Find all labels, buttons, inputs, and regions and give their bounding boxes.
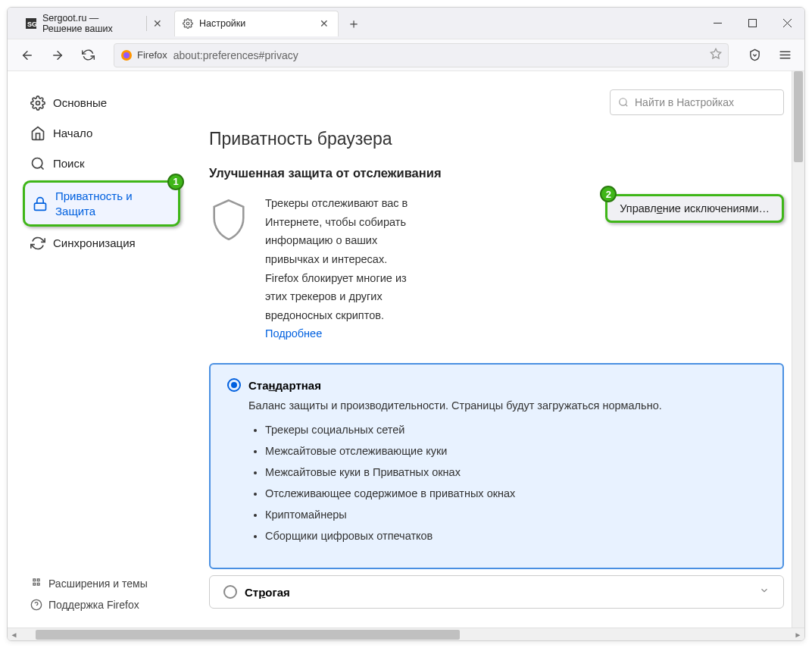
sidebar-item-label: Поиск: [53, 156, 85, 171]
tab-label: Настройки: [199, 18, 245, 29]
list-item: Отслеживающее содержимое в приватных окн…: [265, 487, 766, 499]
search-placeholder: Найти в Настройках: [635, 96, 734, 108]
sidebar-item-search[interactable]: Поиск: [23, 150, 180, 177]
svg-point-16: [33, 158, 42, 168]
protection-standard-card[interactable]: Стандартная Баланс защиты и производител…: [209, 363, 784, 569]
url-text: about:preferences#privacy: [173, 49, 298, 61]
protection-strict-card[interactable]: Строгая: [209, 575, 784, 609]
tracking-protection-header: Трекеры отслеживают вас в Интернете, что…: [209, 194, 784, 343]
protection-list: Трекеры социальных сетей Межсайтовые отс…: [265, 424, 766, 542]
sidebar-item-label: Основные: [53, 95, 107, 111]
titlebar: SG Sergoot.ru — Решение ваших ✕ Настройк…: [8, 8, 804, 39]
forward-button[interactable]: [45, 43, 70, 67]
card-description: Баланс защиты и производительности. Стра…: [248, 399, 766, 412]
svg-point-15: [36, 102, 40, 105]
sidebar-item-sync[interactable]: Синхронизация: [23, 230, 180, 257]
navigation-toolbar: Firefox about:preferences#privacy: [8, 39, 804, 71]
scroll-left-icon[interactable]: ◄: [8, 628, 20, 640]
search-icon: [618, 97, 629, 108]
close-button[interactable]: [770, 8, 804, 39]
card-title: Строгая: [245, 586, 290, 599]
maximize-button[interactable]: [735, 8, 770, 39]
chevron-down-icon[interactable]: [759, 585, 770, 599]
window-controls: [700, 8, 804, 39]
tab-active[interactable]: Настройки ✕: [174, 11, 339, 36]
callout-badge: 1: [167, 174, 184, 190]
tab-label: Sergoot.ru — Решение ваших: [42, 13, 140, 34]
sync-icon: [30, 236, 45, 251]
svg-point-10: [123, 52, 130, 58]
preferences-page: Основные Начало Поиск 1 Приватность и За…: [8, 71, 792, 628]
scrollbar-thumb[interactable]: [36, 630, 460, 640]
sidebar-item-label: Синхронизация: [53, 236, 136, 251]
bookmark-star-icon[interactable]: [710, 48, 722, 62]
learn-more-link[interactable]: Подробнее: [265, 327, 322, 340]
manage-exceptions-button[interactable]: 2 Управление исключениями…: [605, 194, 784, 223]
radio-standard[interactable]: [227, 378, 241, 392]
address-bar[interactable]: Firefox about:preferences#privacy: [114, 43, 729, 67]
list-item: Криптомайнеры: [265, 509, 766, 521]
tab-separator: [146, 16, 147, 31]
horizontal-scrollbar[interactable]: ◄ ►: [8, 628, 804, 640]
reload-button[interactable]: [76, 43, 100, 67]
svg-line-22: [626, 105, 628, 107]
settings-search-input[interactable]: Найти в Настройках: [610, 89, 784, 115]
identity-label: Firefox: [137, 49, 167, 61]
shield-icon: [209, 197, 251, 243]
new-tab-button[interactable]: ＋: [343, 13, 364, 34]
sidebar-item-label: Начало: [53, 126, 92, 141]
tab-strip: SG Sergoot.ru — Решение ваших ✕ Настройк…: [8, 8, 364, 39]
sidebar-item-label: Расширения и темы: [48, 578, 148, 590]
gear-icon: [183, 18, 193, 29]
home-icon: [30, 126, 45, 141]
lock-icon: [33, 196, 48, 211]
list-item: Межсайтовые куки в Приватных окнах: [265, 466, 766, 478]
category-sidebar: Основные Начало Поиск 1 Приватность и За…: [8, 71, 186, 628]
sidebar-support[interactable]: Поддержка Firefox: [23, 594, 180, 615]
tab-inactive[interactable]: SG Sergoot.ru — Решение ваших ✕: [18, 11, 170, 36]
radio-strict[interactable]: [223, 585, 237, 599]
vertical-scrollbar[interactable]: [792, 71, 804, 628]
section-title: Улучшенная защита от отслеживания: [209, 166, 784, 180]
scroll-right-icon[interactable]: ►: [792, 628, 804, 640]
help-icon: [30, 599, 42, 611]
sidebar-item-label: Приватность и Защита: [55, 189, 170, 218]
minimize-button[interactable]: [700, 8, 735, 39]
site-icon: SG: [26, 18, 36, 29]
svg-rect-4: [748, 20, 756, 27]
sidebar-item-privacy[interactable]: 1 Приватность и Защита: [23, 180, 180, 227]
menu-button[interactable]: [773, 43, 797, 67]
svg-line-17: [41, 167, 44, 170]
firefox-icon: [120, 49, 133, 61]
svg-rect-18: [35, 203, 46, 210]
browser-window: SG Sergoot.ru — Решение ваших ✕ Настройк…: [7, 7, 805, 641]
sidebar-item-home[interactable]: Начало: [23, 120, 180, 147]
content-area: Основные Начало Поиск 1 Приватность и За…: [8, 71, 804, 628]
card-title: Стандартная: [248, 379, 321, 392]
svg-point-2: [186, 22, 189, 25]
sidebar-item-label: Поддержка Firefox: [48, 599, 139, 611]
main-panel: Найти в Настройках Приватность браузера …: [186, 71, 792, 628]
callout-badge: 2: [600, 186, 617, 202]
identity-box[interactable]: Firefox: [120, 49, 167, 61]
sidebar-extensions[interactable]: Расширения и темы: [23, 573, 180, 594]
svg-marker-11: [710, 49, 720, 58]
puzzle-icon: [30, 578, 42, 590]
svg-point-21: [620, 99, 626, 105]
back-button[interactable]: [15, 43, 39, 67]
search-icon: [30, 156, 45, 171]
scrollbar-thumb[interactable]: [794, 71, 803, 162]
pocket-icon[interactable]: [742, 43, 767, 67]
svg-text:SG: SG: [27, 20, 36, 28]
gear-icon: [30, 95, 45, 111]
close-icon[interactable]: ✕: [153, 17, 162, 30]
close-icon[interactable]: ✕: [318, 17, 330, 30]
list-item: Трекеры социальных сетей: [265, 424, 766, 436]
list-item: Сборщики цифровых отпечатков: [265, 530, 766, 542]
tracking-description: Трекеры отслеживают вас в Интернете, что…: [265, 194, 422, 343]
list-item: Межсайтовые отслеживающие куки: [265, 445, 766, 457]
page-title: Приватность браузера: [209, 129, 784, 149]
sidebar-item-general[interactable]: Основные: [23, 89, 180, 117]
